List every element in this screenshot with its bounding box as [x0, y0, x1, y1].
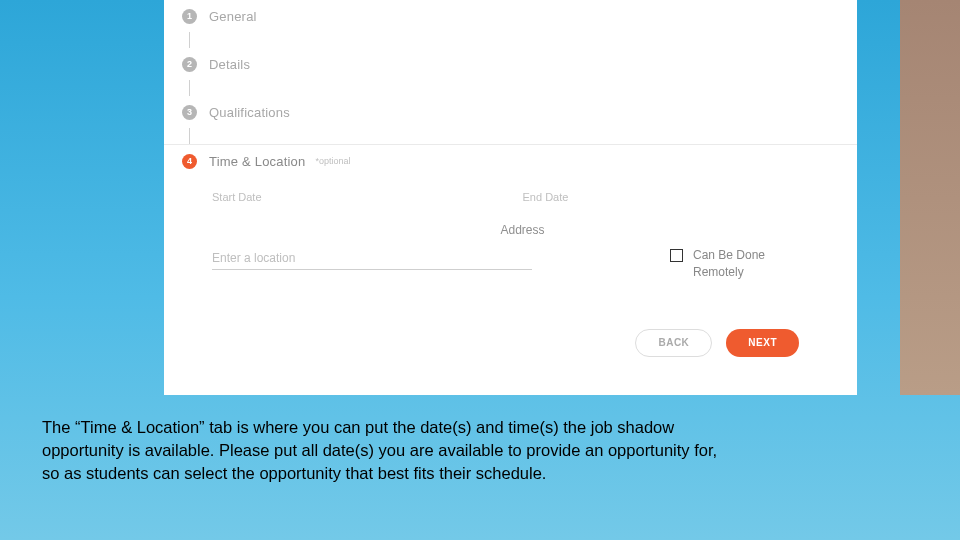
step-label: Time & Location: [209, 154, 305, 169]
address-heading: Address: [212, 223, 833, 237]
start-date-field[interactable]: Start Date: [212, 185, 523, 209]
step-connector: [189, 80, 190, 96]
step-connector: [189, 32, 190, 48]
step-qualifications[interactable]: 3 Qualifications: [164, 96, 857, 128]
step-connector: [189, 128, 190, 144]
start-date-label: Start Date: [212, 191, 523, 203]
end-date-field[interactable]: End Date: [523, 185, 834, 209]
end-date-label: End Date: [523, 191, 834, 203]
step-time-location[interactable]: 4 Time & Location *optional: [164, 145, 857, 177]
step-label: General: [209, 9, 257, 24]
step-general[interactable]: 1 General: [164, 0, 857, 32]
slide: 1 General 2 Details 3 Qualifications 4 T…: [0, 0, 960, 540]
time-location-panel: Start Date End Date Address Can Be Done …: [164, 177, 857, 357]
background-strip: [900, 0, 960, 395]
form-card: 1 General 2 Details 3 Qualifications 4 T…: [164, 0, 857, 395]
dates-row: Start Date End Date: [212, 185, 833, 209]
step-label: Details: [209, 57, 250, 72]
optional-tag: *optional: [315, 156, 350, 166]
button-row: BACK NEXT: [212, 329, 833, 357]
next-button[interactable]: NEXT: [726, 329, 799, 357]
remote-block: Can Be Done Remotely: [670, 247, 793, 281]
back-button[interactable]: BACK: [635, 329, 712, 357]
address-row: Can Be Done Remotely: [212, 247, 833, 281]
step-details[interactable]: 2 Details: [164, 48, 857, 80]
location-input[interactable]: [212, 247, 532, 270]
remote-label: Can Be Done Remotely: [693, 247, 793, 281]
step-number-badge: 3: [182, 105, 197, 120]
step-number-badge: 2: [182, 57, 197, 72]
step-label: Qualifications: [209, 105, 290, 120]
step-number-badge: 4: [182, 154, 197, 169]
remote-checkbox[interactable]: [670, 249, 683, 262]
slide-caption: The “Time & Location” tab is where you c…: [42, 416, 732, 484]
step-number-badge: 1: [182, 9, 197, 24]
